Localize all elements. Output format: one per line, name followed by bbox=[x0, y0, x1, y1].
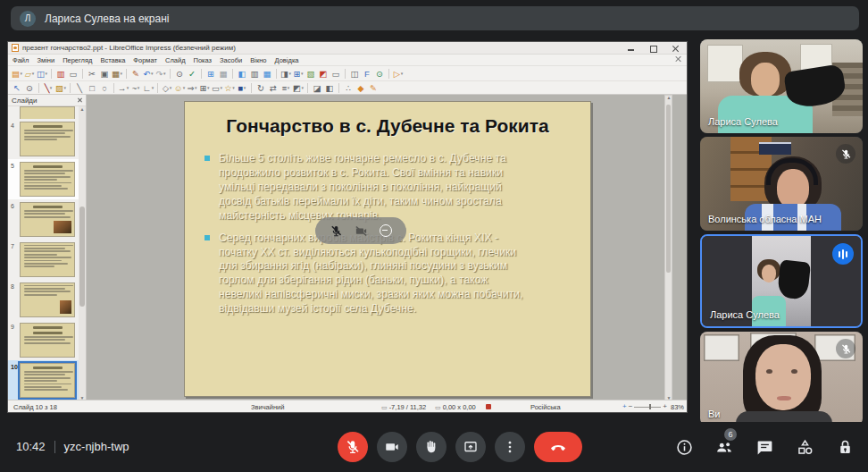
menu-item-7[interactable]: Засоби bbox=[220, 56, 242, 64]
arrange-icon[interactable]: ◩▾ bbox=[293, 82, 305, 94]
outline-view-icon[interactable]: ▥ bbox=[249, 68, 261, 80]
panel-scrollbar[interactable]: ▲ ▼ bbox=[79, 106, 86, 401]
symbol-shapes-icon[interactable]: ☺▾ bbox=[174, 82, 186, 94]
menu-item-1[interactable]: Зміни bbox=[37, 56, 54, 64]
menu-item-5[interactable]: Слайд bbox=[165, 56, 186, 64]
align-icon[interactable]: ≡▾ bbox=[280, 82, 292, 94]
meeting-details-icon[interactable] bbox=[673, 436, 695, 458]
snap-guides-icon[interactable]: ▦ bbox=[218, 68, 230, 80]
language-status[interactable]: Російська bbox=[530, 403, 561, 411]
slide-thumbnail-10[interactable]: 10 bbox=[8, 360, 79, 400]
curve-icon[interactable]: ~▾ bbox=[130, 82, 142, 94]
export-pdf-icon[interactable]: ▥ bbox=[55, 68, 67, 80]
open-file-icon[interactable]: ▱▾ bbox=[24, 68, 36, 80]
callouts-icon[interactable]: ▭▾ bbox=[212, 82, 223, 94]
copy-icon[interactable]: ▣ bbox=[99, 68, 111, 80]
slide-thumbnail-5[interactable]: 5 bbox=[8, 159, 79, 199]
3d-objects-icon[interactable]: ■▾ bbox=[237, 82, 248, 94]
present-screen-button[interactable] bbox=[455, 432, 486, 462]
insert-line-icon[interactable]: ╲ bbox=[74, 82, 86, 94]
new-document-icon[interactable]: ▤▾ bbox=[12, 68, 23, 80]
zoom-out-icon[interactable]: − bbox=[629, 403, 633, 410]
insert-table-icon[interactable]: ⊞▾ bbox=[293, 68, 305, 80]
fontwork-icon[interactable]: F bbox=[362, 68, 373, 80]
zoom-level[interactable]: 83% bbox=[671, 403, 684, 411]
zoom-in-icon[interactable]: + bbox=[663, 403, 667, 410]
more-options-button[interactable] bbox=[495, 432, 525, 462]
scroll-up-icon[interactable]: ▲ bbox=[667, 96, 672, 100]
fontwork-gallery-icon[interactable]: ✎ bbox=[368, 82, 380, 94]
block-arrows-icon[interactable]: ⇒▾ bbox=[187, 82, 198, 94]
clone-formatting-icon[interactable]: ✎ bbox=[130, 68, 142, 80]
master-slide-icon[interactable]: ◨▾ bbox=[280, 68, 292, 80]
scroll-up-icon[interactable]: ▲ bbox=[80, 107, 85, 112]
fill-color-icon[interactable]: ▨▾ bbox=[55, 82, 67, 94]
insert-image-icon[interactable]: ▧ bbox=[305, 68, 317, 80]
menu-item-9[interactable]: Довідка bbox=[275, 56, 299, 64]
vertical-scrollbar[interactable]: ▲ ▼ bbox=[664, 95, 672, 401]
participant-tile-3[interactable]: Лариса Сулева bbox=[700, 234, 863, 328]
raise-hand-button[interactable] bbox=[416, 432, 447, 462]
camera-off-icon[interactable] bbox=[355, 224, 368, 238]
spelling-icon[interactable]: ✓ bbox=[187, 68, 198, 80]
minimize-icon[interactable] bbox=[627, 45, 635, 53]
close-icon[interactable] bbox=[672, 45, 680, 53]
slide-thumbnail-8[interactable]: 8 bbox=[8, 280, 79, 320]
display-grid-icon[interactable]: ⊞ bbox=[205, 68, 217, 80]
toggle-extrusion-icon[interactable]: ◧ bbox=[324, 82, 336, 94]
glue-points-icon[interactable]: ◆ bbox=[355, 82, 367, 94]
slide-thumbnail-partial[interactable] bbox=[8, 106, 79, 119]
document-close-icon[interactable] bbox=[674, 55, 681, 63]
insert-text-box-icon[interactable]: ▭ bbox=[330, 68, 342, 80]
slide-thumbnail-9[interactable]: 9 bbox=[8, 320, 79, 360]
camera-button[interactable] bbox=[377, 432, 407, 462]
basic-shapes-icon[interactable]: ◇▾ bbox=[162, 82, 173, 94]
paste-icon[interactable]: ▦▾ bbox=[112, 68, 123, 80]
undo-icon[interactable]: ↶▾ bbox=[143, 68, 154, 80]
zoom-fit-icon[interactable]: + bbox=[622, 403, 627, 410]
cut-icon[interactable]: ✂ bbox=[87, 68, 98, 80]
chat-icon[interactable] bbox=[754, 436, 775, 458]
activities-icon[interactable] bbox=[794, 436, 815, 458]
zoom-icon[interactable]: ⊙ bbox=[24, 82, 36, 94]
mic-off-icon[interactable] bbox=[330, 224, 343, 238]
print-icon[interactable]: ▭ bbox=[68, 68, 79, 80]
flowchart-icon[interactable]: ⊞▾ bbox=[199, 82, 211, 94]
menu-item-6[interactable]: Показ bbox=[194, 56, 213, 64]
hyperlink-icon[interactable]: ⊙ bbox=[374, 68, 386, 80]
header-footer-icon[interactable]: ◫ bbox=[349, 68, 361, 80]
microphone-button[interactable] bbox=[338, 432, 368, 462]
slide-canvas[interactable]: Гончарство в с. Дубечне та Рокита Більше… bbox=[184, 101, 591, 397]
slide-thumbnail-4[interactable]: 4 bbox=[8, 119, 79, 159]
redo-icon[interactable]: ↷▾ bbox=[155, 68, 167, 80]
host-controls-icon[interactable] bbox=[834, 436, 855, 458]
zoom-slider[interactable]: + − + bbox=[622, 403, 667, 410]
slide-sorter-icon[interactable]: ▦ bbox=[262, 68, 273, 80]
participant-tile-4[interactable]: Ви bbox=[700, 332, 863, 426]
menu-item-0[interactable]: Файл bbox=[13, 56, 29, 64]
select-icon[interactable]: ↖ bbox=[12, 82, 23, 94]
shadow-icon[interactable]: ◪ bbox=[312, 82, 323, 94]
start-slideshow-icon[interactable]: ▷▾ bbox=[393, 68, 405, 80]
leave-call-button[interactable] bbox=[534, 432, 582, 462]
menu-item-2[interactable]: Перегляд bbox=[63, 56, 92, 64]
menu-item-8[interactable]: Вікно bbox=[250, 56, 266, 64]
rectangle-icon[interactable]: □ bbox=[87, 82, 98, 94]
participant-tile-2[interactable]: Волинська обласна МАН bbox=[700, 137, 863, 231]
normal-view-icon[interactable]: ◧ bbox=[237, 68, 248, 80]
line-color-icon[interactable]: ╲▾ bbox=[43, 82, 54, 94]
find-replace-icon[interactable]: ⊙ bbox=[174, 68, 186, 80]
insert-chart-icon[interactable]: ◩ bbox=[318, 68, 330, 80]
connector-icon[interactable]: ∟▾ bbox=[143, 82, 154, 94]
rotate-icon[interactable]: ↻ bbox=[255, 82, 267, 94]
participant-tile-1[interactable]: Лариса Сулева bbox=[700, 39, 863, 133]
menu-item-4[interactable]: Формат bbox=[133, 56, 157, 64]
people-icon[interactable]: 6 bbox=[714, 436, 735, 458]
stars-banners-icon[interactable]: ☆▾ bbox=[224, 82, 236, 94]
menu-item-3[interactable]: Вставка bbox=[100, 56, 125, 64]
flip-icon[interactable]: ⇄ bbox=[268, 82, 280, 94]
slide-thumbnail-6[interactable]: 6 bbox=[8, 199, 79, 240]
save-icon[interactable]: ◫▾ bbox=[37, 68, 48, 80]
panel-close-icon[interactable] bbox=[77, 97, 82, 103]
slide-thumbnail-7[interactable]: 7 bbox=[8, 240, 79, 280]
